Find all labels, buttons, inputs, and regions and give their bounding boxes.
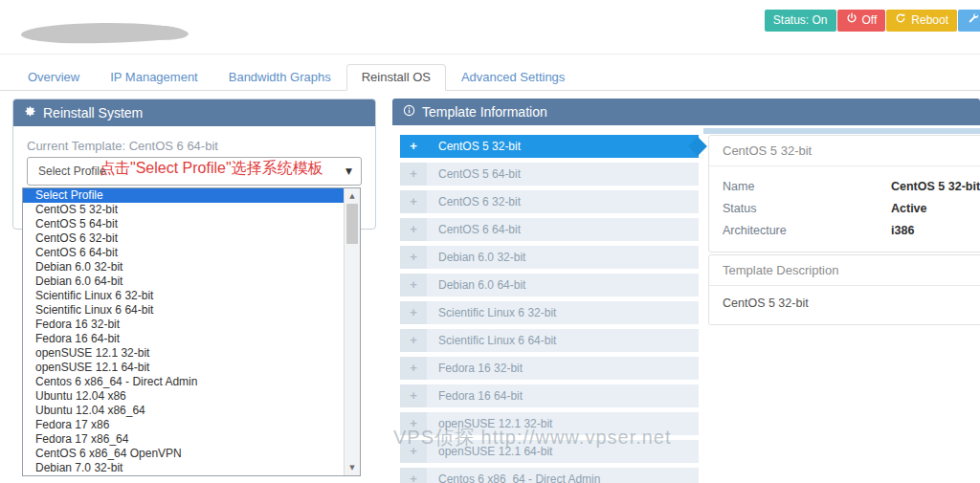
tab[interactable]: Reinstall OS xyxy=(346,64,446,91)
dropdown-option-label: openSUSE 12.1 64-bit xyxy=(35,361,149,374)
plus-icon: + xyxy=(400,301,427,324)
dropdown-option[interactable]: Fedora 17 x86_64 xyxy=(23,432,344,447)
tools-button[interactable] xyxy=(958,10,980,32)
reboot-label: Reboot xyxy=(911,10,948,32)
detail-value: CentOS 5 32-bit xyxy=(891,180,980,193)
detail-row: Status Active xyxy=(723,197,980,219)
template-info-title: Template Information xyxy=(422,99,547,125)
reinstall-system-header: Reinstall System xyxy=(13,99,375,126)
tab-bar: Overview IP Management Bandwidth Graphs … xyxy=(0,64,980,91)
plus-icon: + xyxy=(400,468,427,483)
template-list-item-label: Scientific Linux 6 32-bit xyxy=(427,301,699,324)
template-list-item[interactable]: + CentOS 6 64-bit xyxy=(400,218,699,241)
plus-icon: + xyxy=(400,357,427,380)
power-off-button[interactable]: Off xyxy=(837,10,886,32)
plus-icon: + xyxy=(400,246,427,269)
dropdown-option-label: Fedora 16 32-bit xyxy=(35,318,120,331)
dropdown-option-label: Select Profile xyxy=(35,188,103,202)
dropdown-option[interactable]: Scientific Linux 6 64-bit xyxy=(23,303,344,318)
dropdown-option[interactable]: CentOS 6 32-bit xyxy=(23,231,344,246)
power-off-label: Off xyxy=(862,10,878,32)
dropdown-scrollbar[interactable]: ▲ ▼ xyxy=(344,188,360,475)
status-on-button[interactable]: Status: On xyxy=(765,10,836,32)
template-list-item[interactable]: + CentOS 5 32-bit xyxy=(400,135,699,158)
dropdown-option[interactable]: Debian 7.0 32-bit xyxy=(23,461,344,475)
dropdown-option[interactable]: Ubuntu 12.04 x86 xyxy=(23,389,344,404)
dropdown-option[interactable]: Debian 6.0 64-bit xyxy=(23,274,344,289)
dropdown-option[interactable]: Debian 6.0 32-bit xyxy=(23,260,344,274)
tab-label: IP Management xyxy=(110,70,198,84)
tab-label: Advanced Settings xyxy=(461,70,565,84)
template-list-item[interactable]: + openSUSE 12.1 32-bit xyxy=(400,412,699,435)
gears-icon xyxy=(24,99,36,126)
reboot-icon xyxy=(895,10,906,32)
profile-dropdown: Select Profile CentOS 5 32-bit CentOS 5 … xyxy=(22,187,361,476)
template-description-card: Template Description CentOS 5 32-bit xyxy=(708,254,980,325)
plus-icon: + xyxy=(400,135,427,158)
template-list-item[interactable]: + Fedora 16 64-bit xyxy=(400,384,699,407)
scroll-down-icon[interactable]: ▼ xyxy=(345,461,360,474)
tab[interactable]: Overview xyxy=(12,64,95,91)
template-list-item-label: Fedora 16 32-bit xyxy=(427,357,699,380)
tab[interactable]: IP Management xyxy=(95,64,213,91)
template-list-item[interactable]: + Scientific Linux 6 32-bit xyxy=(400,301,699,324)
detail-value: i386 xyxy=(891,224,914,237)
template-list-item-label: Debian 6.0 32-bit xyxy=(427,246,699,269)
template-list-item[interactable]: + Fedora 16 32-bit xyxy=(400,357,699,380)
dropdown-option[interactable]: Fedora 17 x86 xyxy=(23,418,344,432)
dropdown-option[interactable]: openSUSE 12.1 64-bit xyxy=(23,361,344,375)
dropdown-option-label: openSUSE 12.1 32-bit xyxy=(35,346,149,360)
template-list-item-label: openSUSE 12.1 32-bit xyxy=(427,412,699,435)
template-description-body: CentOS 5 32-bit xyxy=(709,286,980,324)
dropdown-option[interactable]: Centos 6 x86_64 - Direct Admin xyxy=(23,375,344,389)
profile-dropdown-options: Select Profile CentOS 5 32-bit CentOS 5 … xyxy=(23,188,344,475)
template-list-item-label: CentOS 5 32-bit xyxy=(427,135,699,158)
dropdown-option[interactable]: Fedora 16 32-bit xyxy=(23,318,344,332)
tab[interactable]: Advanced Settings xyxy=(446,64,580,91)
details-top-strip xyxy=(703,128,980,134)
plus-icon: + xyxy=(400,384,427,407)
dropdown-option-label: Ubuntu 12.04 x86 xyxy=(35,389,126,403)
template-list-item-label: Debian 6.0 64-bit xyxy=(427,274,699,296)
dropdown-option[interactable]: openSUSE 12.1 32-bit xyxy=(23,346,344,361)
template-list-item[interactable]: + CentOS 5 64-bit xyxy=(400,163,699,186)
template-details-body: Name CentOS 5 32-bit Status Active Archi… xyxy=(709,166,980,252)
scroll-up-icon[interactable]: ▲ xyxy=(345,189,360,203)
dropdown-option-label: CentOS 5 64-bit xyxy=(35,217,118,231)
plus-icon: + xyxy=(400,163,427,186)
reboot-button[interactable]: Reboot xyxy=(886,10,957,32)
template-list-item[interactable]: + openSUSE 12.1 64-bit xyxy=(400,440,699,463)
template-list-item[interactable]: + Debian 6.0 64-bit xyxy=(400,274,699,296)
template-info-panel-header-wrap: Template Information xyxy=(392,99,980,125)
template-list-item[interactable]: + Debian 6.0 32-bit xyxy=(400,246,699,269)
dropdown-option[interactable]: CentOS 6 64-bit xyxy=(23,246,344,260)
dropdown-option-label: Fedora 17 x86 xyxy=(35,418,109,431)
dropdown-option-label: Debian 7.0 32-bit xyxy=(35,461,122,474)
template-description-text: CentOS 5 32-bit xyxy=(723,295,980,314)
template-details-card: CentOS 5 32-bit Name CentOS 5 32-bit Sta… xyxy=(708,135,980,252)
template-list-item[interactable]: + Scientific Linux 6 64-bit xyxy=(400,329,699,352)
dropdown-option[interactable]: Ubuntu 12.04 x86_64 xyxy=(23,404,344,418)
template-list-item[interactable]: + Centos 6 x86_64 - Direct Admin xyxy=(400,468,699,483)
dropdown-option-label: Scientific Linux 6 64-bit xyxy=(35,303,153,317)
detail-value: Active xyxy=(891,202,927,215)
profile-select-value: Select Profile xyxy=(38,165,106,178)
dropdown-option[interactable]: Scientific Linux 6 32-bit xyxy=(23,289,344,303)
template-list-item-label: Fedora 16 64-bit xyxy=(427,384,699,407)
template-list-item[interactable]: + CentOS 6 32-bit xyxy=(400,190,699,213)
detail-label: Architecture xyxy=(723,224,891,237)
red-annotation-text: 点击"Select Profile"选择系统模板 xyxy=(100,159,323,179)
plus-icon: + xyxy=(400,440,427,463)
scrollbar-thumb[interactable] xyxy=(346,204,358,244)
dropdown-option[interactable]: CentOS 6 x86_64 OpenVPN xyxy=(23,447,344,461)
dropdown-option[interactable]: Fedora 16 64-bit xyxy=(23,332,344,346)
plus-icon: + xyxy=(400,190,427,213)
detail-row: Architecture i386 xyxy=(723,219,980,241)
dropdown-option[interactable]: CentOS 5 64-bit xyxy=(23,217,344,231)
template-list-item-label: Scientific Linux 6 64-bit xyxy=(427,329,699,352)
tab[interactable]: Bandwidth Graphs xyxy=(213,64,346,91)
dropdown-option[interactable]: CentOS 5 32-bit xyxy=(23,203,344,217)
dropdown-option-label: Centos 6 x86_64 - Direct Admin xyxy=(35,375,197,388)
dropdown-option-label: Fedora 16 64-bit xyxy=(35,332,120,345)
dropdown-option[interactable]: Select Profile xyxy=(23,188,344,203)
